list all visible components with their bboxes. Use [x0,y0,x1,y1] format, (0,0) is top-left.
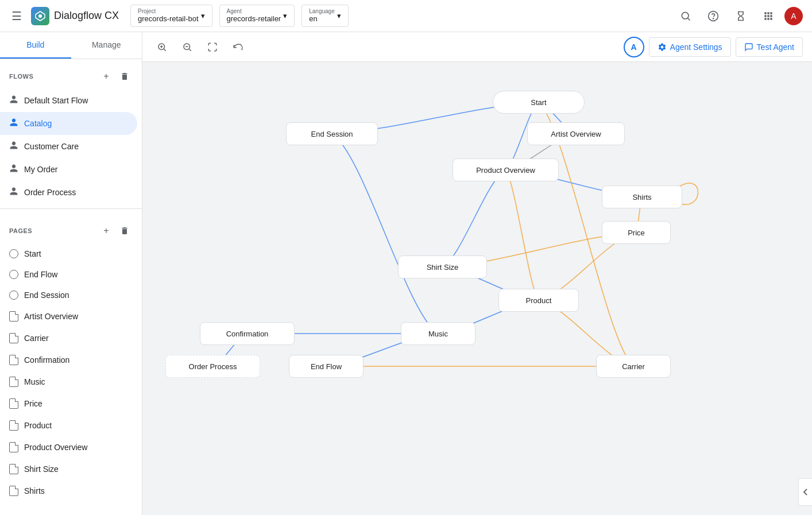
tab-build[interactable]: Build [0,32,71,59]
sidebar-item-label: My Order [24,165,57,174]
sidebar-item-product-overview[interactable]: Product Overview [0,436,137,458]
flow-person-icon [9,95,18,106]
sidebar-page-label: Product Overview [24,443,87,452]
agent-settings-button[interactable]: Agent Settings [649,37,731,57]
flow-node-confirmation[interactable]: Confirmation [200,322,295,345]
sidebar-page-label: Carrier [24,334,49,343]
sidebar-item-catalog[interactable]: Catalog [0,112,137,135]
flow-node-carrier[interactable]: Carrier [596,355,671,378]
nav-icons: A [674,5,803,28]
sidebar-item-price[interactable]: Price [0,393,137,415]
flow-node-label: Product [526,296,552,305]
tab-manage[interactable]: Manage [71,32,142,59]
page-icon [9,442,18,452]
circle-icon [9,291,18,300]
flow-node-label: Product Overview [476,166,535,175]
project-dropdown-arrow: ▾ [201,11,205,20]
flow-node-order-process[interactable]: Order Process [165,355,260,378]
flow-node-label: Order Process [189,362,237,371]
flow-node-product[interactable]: Product [498,289,579,312]
flows-section-icons: + [98,68,133,84]
sidebar-item-shirt-size[interactable]: Shirt Size [0,458,137,480]
flow-person-icon [9,164,18,175]
hamburger-icon[interactable]: ☰ [9,7,24,25]
page-icon [9,420,18,431]
sidebar-item-customer-care[interactable]: Customer Care [0,135,137,158]
agent-dropdown-arrow: ▾ [283,11,287,20]
sidebar-page-label: Confirmation [24,355,69,365]
zoom-in-button[interactable] [152,37,172,57]
sidebar-item-shirts[interactable]: Shirts [0,480,137,502]
flow-connections [142,62,812,515]
sidebar-item-carrier[interactable]: Carrier [0,327,137,349]
undo-button[interactable] [227,37,248,57]
sidebar-item-order-process[interactable]: Order Process [0,181,137,204]
flow-node-label: Shirts [632,193,651,202]
user-avatar[interactable]: A [784,7,803,25]
sidebar-item-label: Catalog [24,119,52,128]
language-value: en [309,14,335,23]
flow-node-label: Confirmation [226,330,269,338]
pages-section-icons: + [98,223,133,239]
sidebar-item-confirmation[interactable]: Confirmation [0,349,137,371]
agent-avatar-button[interactable]: A [624,37,644,57]
flow-node-music[interactable]: Music [401,322,475,345]
sidebar-item-default-start-flow[interactable]: Default Start Flow [0,89,137,112]
zoom-out-button[interactable] [177,37,198,57]
add-flow-button[interactable]: + [98,68,114,84]
agent-label: Agent [227,9,281,14]
flow-node-end-session[interactable]: End Session [286,122,378,145]
sidebar-item-my-order[interactable]: My Order [0,158,137,181]
flow-node-artist-overview[interactable]: Artist Overview [527,122,625,145]
flow-person-icon [9,141,18,152]
sidebar-item-artist-overview[interactable]: Artist Overview [0,305,137,327]
agent-avatar-label: A [631,42,636,52]
flow-node-label: Shirt Size [427,263,459,272]
page-icon [9,377,18,387]
canvas-area: A Agent Settings Test Agent StartEnd Ses… [142,32,812,515]
flow-person-icon [9,118,18,129]
search-button[interactable] [674,5,697,28]
hourglass-button[interactable] [729,5,752,28]
grid-button[interactable] [757,5,780,28]
agent-dropdown[interactable]: Agent grecords-retailer ▾ [219,5,295,27]
sidebar-page-label: End Flow [24,270,57,279]
delete-flow-button[interactable] [117,68,133,84]
sidebar-item-start[interactable]: Start [0,243,137,264]
flow-canvas[interactable]: StartEnd SessionArtist OverviewProduct O… [142,62,812,515]
language-dropdown-arrow: ▾ [337,11,341,20]
language-label: Language [309,9,335,14]
sidebar-item-music[interactable]: Music [0,371,137,393]
test-agent-button[interactable]: Test Agent [736,37,803,57]
project-dropdown[interactable]: Project grecords-retail-bot ▾ [130,5,212,27]
flow-node-label: Music [428,330,448,338]
delete-page-button[interactable] [117,223,133,239]
sidebar-tabs: Build Manage [0,32,142,59]
sidebar-item-product[interactable]: Product [0,415,137,436]
pages-list: Start End Flow End Session Artist Overvi… [0,243,142,502]
page-icon [9,486,18,496]
sidebar-item-end-flow[interactable]: End Flow [0,264,137,285]
sidebar-item-end-session[interactable]: End Session [0,285,137,305]
flow-node-label: Carrier [622,362,645,371]
flow-node-shirts[interactable]: Shirts [602,185,682,208]
sidebar-item-label: Default Start Flow [24,96,88,105]
flow-node-end-flow[interactable]: End Flow [289,355,364,378]
flows-label: FLOWS [9,73,33,80]
circle-icon [9,249,18,258]
agent-settings-label: Agent Settings [670,42,722,52]
svg-point-2 [682,12,689,19]
fit-screen-button[interactable] [202,37,223,57]
sidebar-page-label: Product [24,421,52,430]
flow-node-product-overview[interactable]: Product Overview [453,158,559,181]
flow-person-icon [9,187,18,198]
language-dropdown[interactable]: Language en ▾ [301,5,349,27]
help-button[interactable] [702,5,725,28]
add-page-button[interactable]: + [98,223,114,239]
sidebar-collapse-button[interactable] [798,478,812,506]
flow-node-start[interactable]: Start [493,91,585,114]
svg-line-3 [688,18,690,20]
flow-node-shirt-size[interactable]: Shirt Size [398,255,487,278]
main-layout: Build Manage FLOWS + Default Start Flow … [0,32,812,515]
flow-node-price[interactable]: Price [602,221,671,244]
